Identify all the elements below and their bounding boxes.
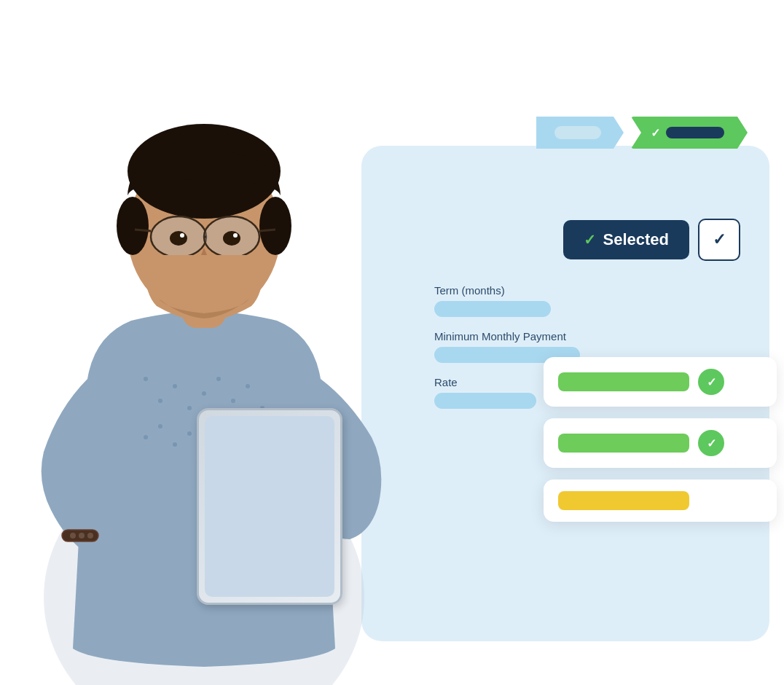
step-2-bar — [666, 127, 724, 138]
svg-point-1 — [144, 377, 148, 381]
svg-point-6 — [216, 377, 221, 381]
comp-card-3[interactable] — [544, 480, 777, 522]
step-2-arrow: ✓ — [631, 117, 748, 149]
step-1-arrow — [536, 117, 624, 149]
svg-point-8 — [246, 384, 250, 388]
checkbox-button[interactable]: ✓ — [698, 219, 740, 261]
tablet-device — [197, 408, 342, 605]
comp-bar-1 — [558, 372, 689, 391]
svg-line-29 — [135, 230, 151, 231]
svg-point-7 — [231, 399, 235, 403]
comp-bar-2 — [558, 434, 689, 453]
svg-point-4 — [187, 406, 192, 410]
svg-point-33 — [180, 233, 184, 238]
step-2-check-icon: ✓ — [651, 126, 660, 140]
svg-point-34 — [233, 233, 238, 238]
rate-bar — [434, 393, 536, 409]
payment-label: Minimum Monthly Payment — [434, 330, 740, 342]
svg-point-32 — [223, 231, 240, 246]
svg-point-13 — [173, 442, 177, 447]
term-bar — [434, 301, 551, 317]
svg-point-31 — [170, 231, 187, 246]
selected-row: ✓ Selected ✓ — [563, 219, 741, 261]
comp-check-1: ✓ — [698, 369, 724, 395]
scene: ✓ ✓ Selected ✓ Term (months) Minimum Mon… — [0, 0, 784, 685]
selected-check-icon: ✓ — [584, 231, 596, 248]
svg-line-30 — [259, 230, 275, 231]
svg-point-37 — [79, 533, 85, 539]
svg-point-11 — [144, 435, 148, 439]
svg-point-25 — [259, 197, 291, 255]
svg-point-24 — [117, 197, 149, 255]
comp-check-2: ✓ — [698, 430, 724, 456]
svg-point-3 — [173, 384, 177, 388]
svg-point-2 — [158, 399, 162, 403]
selected-label: Selected — [603, 230, 670, 249]
comp-card-2[interactable]: ✓ — [544, 418, 777, 468]
tablet-screen — [205, 416, 334, 597]
svg-point-5 — [202, 391, 206, 396]
selected-button[interactable]: ✓ Selected — [563, 220, 690, 259]
progress-steps: ✓ — [536, 117, 748, 149]
svg-point-12 — [158, 424, 162, 428]
term-row: Term (months) — [434, 284, 740, 317]
svg-point-14 — [187, 431, 192, 436]
comp-card-1[interactable]: ✓ — [544, 357, 777, 407]
comparison-cards-list: ✓ ✓ — [544, 357, 777, 522]
comp-bar-3 — [558, 491, 689, 510]
svg-point-36 — [70, 533, 76, 539]
svg-point-38 — [87, 533, 93, 539]
step-1-pill — [554, 126, 601, 139]
checkbox-check-icon: ✓ — [713, 230, 726, 249]
term-label: Term (months) — [434, 284, 740, 297]
